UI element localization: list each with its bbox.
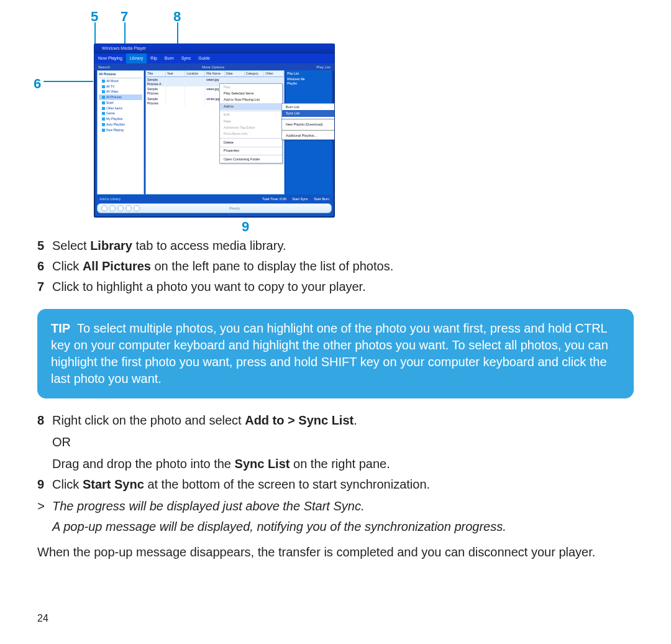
- sidebar-item-all-music[interactable]: All Music: [99, 78, 142, 84]
- bold-text: Sync List: [235, 457, 290, 471]
- column-headers: Title Year Location File Name Date Categ…: [146, 71, 284, 77]
- tab-sync[interactable]: Sync: [178, 53, 195, 63]
- folder-icon: [102, 80, 105, 83]
- sidebar-item-label: My Playlists: [106, 117, 122, 121]
- submenu-burn-list[interactable]: Burn List: [282, 104, 335, 110]
- right-pane-line: Windows Me: [287, 77, 331, 81]
- menu-divider: [282, 119, 335, 120]
- page-number: 24: [37, 612, 48, 625]
- result-line-1: > The progress will be displayed just ab…: [37, 498, 634, 515]
- menu-rate[interactable]: Rate: [220, 118, 282, 124]
- cell: Sample Pictures: [146, 96, 166, 106]
- menu-delete[interactable]: Delete: [220, 139, 282, 145]
- work-area: All Pictures All Music All TV All Video …: [97, 70, 332, 195]
- menu-divider: [282, 130, 335, 131]
- cell: [166, 96, 186, 106]
- step-6: 6 Click All Pictures on the left pane to…: [37, 258, 634, 275]
- tip-label: TIP: [51, 321, 70, 335]
- step-text: Click Start Sync at the bottom of the sc…: [52, 476, 430, 493]
- sidebar-item-label: All TV: [106, 85, 114, 88]
- sidebar-item-now-playing[interactable]: Now Playing: [99, 127, 142, 133]
- folder-icon: [102, 117, 105, 121]
- text: Select: [52, 239, 90, 252]
- sidebar-item-genre[interactable]: Genre: [99, 111, 142, 116]
- add-to-library-link[interactable]: Add to Library: [99, 197, 121, 201]
- status-bar: Add to Library Total Time: 0:00 Start Sy…: [97, 196, 332, 203]
- wmp-screenshot: Windows Media Player Now Playing Library…: [94, 44, 335, 218]
- menu-edit[interactable]: Edit: [220, 112, 282, 118]
- menu-divider: [220, 138, 282, 139]
- submenu-additional[interactable]: Additional Playlists...: [282, 132, 335, 139]
- folder-icon: [102, 107, 105, 110]
- bold-text: All Pictures: [83, 259, 151, 273]
- tab-now-playing[interactable]: Now Playing: [94, 53, 126, 63]
- tab-burn[interactable]: Burn: [161, 53, 178, 63]
- sidebar-item-label: All Video: [106, 90, 119, 93]
- text: Click: [52, 477, 83, 491]
- submenu-new-playlist[interactable]: New Playlist (Download): [282, 121, 335, 127]
- sidebar-item-label: All Music: [106, 79, 119, 83]
- start-sync-button[interactable]: Start Sync: [292, 197, 308, 201]
- right-pane-line: Playlist: [287, 81, 331, 86]
- sidebar-item-all-tv[interactable]: All TV: [99, 84, 142, 90]
- content-pane: Title Year Location File Name Date Categ…: [145, 70, 285, 195]
- toolbar-search[interactable]: Search: [98, 65, 110, 70]
- step-text: Click to highlight a photo you want to c…: [52, 278, 366, 295]
- toolbar-more[interactable]: More Options: [202, 65, 224, 70]
- folder-icon: [102, 129, 105, 132]
- menu-add-now-playing[interactable]: Add to Now Playing List: [220, 97, 282, 103]
- col-location[interactable]: Location: [185, 71, 205, 76]
- sidebar-item-auto-playlists[interactable]: Auto Playlists: [99, 122, 142, 127]
- col-date[interactable]: Date: [225, 71, 245, 76]
- stop-icon[interactable]: [117, 205, 124, 211]
- col-year[interactable]: Year: [166, 71, 186, 76]
- menu-find-info[interactable]: Find Album Info: [220, 131, 282, 137]
- sidebar-item-my-playlists[interactable]: My Playlists: [99, 116, 142, 122]
- cell: [166, 77, 186, 87]
- menu-play[interactable]: Play: [220, 84, 282, 90]
- col-other[interactable]: Other: [264, 71, 284, 76]
- next-icon[interactable]: [126, 205, 132, 211]
- sidebar-item-scart[interactable]: Scart: [99, 100, 142, 106]
- callout-6: 6: [34, 75, 41, 93]
- text: The progress will be displayed just abov…: [52, 499, 304, 513]
- toolbar-playlist[interactable]: Play List: [316, 65, 331, 70]
- text: at the bottom of the screen to start syn…: [144, 477, 430, 491]
- sidebar-item-all-video[interactable]: All Video: [99, 89, 142, 94]
- col-title[interactable]: Title: [146, 71, 166, 76]
- col-filename[interactable]: File Name: [205, 71, 225, 76]
- menu-properties[interactable]: Properties: [220, 148, 282, 154]
- col-category[interactable]: Category: [245, 71, 265, 76]
- or-separator: OR: [52, 434, 390, 451]
- mute-icon[interactable]: [134, 205, 140, 211]
- prev-icon[interactable]: [101, 205, 107, 211]
- submenu-sync-list[interactable]: Sync List: [282, 110, 335, 116]
- tab-rip[interactable]: Rip: [147, 53, 161, 63]
- text: on the right pane.: [290, 457, 390, 471]
- sidebar-item-all-pictures[interactable]: All Pictures: [99, 94, 142, 100]
- steps-list-2: 8 Right click on the photo and select Ad…: [37, 412, 634, 535]
- sidebar-item-other[interactable]: Other Items: [99, 106, 142, 111]
- start-burn-button[interactable]: Start Burn: [314, 197, 329, 201]
- tab-library[interactable]: Library: [126, 53, 147, 63]
- right-pane-header: Play List: [287, 71, 331, 77]
- folder-icon: [102, 85, 105, 88]
- cell: [185, 96, 205, 106]
- context-menu: Play Play Selected Items Add to Now Play…: [219, 83, 283, 163]
- step-text: Right click on the photo and select Add …: [52, 412, 390, 472]
- folder-icon: [102, 123, 105, 126]
- menu-add-to[interactable]: Add to: [220, 103, 282, 109]
- cell: Sample Pictures: [146, 86, 166, 96]
- menu-open-folder[interactable]: Open Containing Folder: [220, 156, 282, 162]
- cell: [166, 86, 186, 96]
- step-number: 5: [37, 237, 52, 254]
- menu-adv-tag[interactable]: Advanced Tag Editor: [220, 125, 282, 131]
- figure-area: 5 7 8 6 9 Windows Media Player Now Playi…: [37, 0, 634, 230]
- bold-text: Start Sync: [304, 499, 361, 513]
- play-icon[interactable]: [109, 205, 116, 211]
- sidebar-item-label: Now Playing: [106, 128, 124, 132]
- tab-guide[interactable]: Guide: [194, 53, 214, 63]
- menu-play-selected[interactable]: Play Selected Items: [220, 90, 282, 96]
- addto-submenu: Burn List Sync List New Playlist (Downlo…: [281, 103, 335, 140]
- tip-box: TIP To select multiple photos, you can h…: [37, 309, 634, 398]
